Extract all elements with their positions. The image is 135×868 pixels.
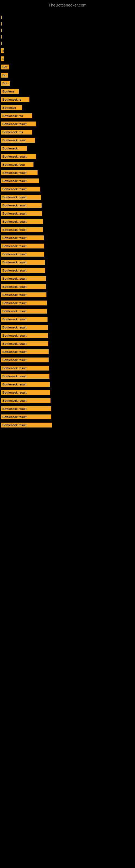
bar-row: Bottleneck result	[0, 120, 135, 128]
bottleneck-bar: Bottleneck result	[1, 390, 50, 395]
bar-row: Bottleneck result	[0, 218, 135, 225]
bar-row: Bottleneck r	[0, 145, 135, 152]
bottleneck-bar: Bottleneck resu	[1, 162, 34, 167]
bottleneck-bar: Bottleneck result	[1, 366, 49, 371]
bottleneck-bar: Bottleneck re	[1, 97, 30, 102]
bottleneck-bar: Bottlenec	[1, 105, 22, 110]
bar-row: Bottleneck result	[0, 169, 135, 177]
bottleneck-bar: Bottleneck result	[1, 260, 45, 265]
bar-row: Bottleneck resul	[0, 136, 135, 144]
bar-row: Bottleneck result	[0, 258, 135, 266]
bar-row: Bottleneck result	[0, 291, 135, 299]
bar-row: Bottleneck result	[0, 413, 135, 421]
bottleneck-bar: Bottleneck result	[1, 333, 48, 338]
bottleneck-bar-empty	[1, 42, 2, 45]
bottleneck-bar: Bottleneck res	[1, 113, 32, 118]
bar-row: Bottleneck result	[0, 348, 135, 355]
bottleneck-bar: Bo	[1, 73, 8, 78]
bottleneck-bar: Bottleneck r	[1, 146, 27, 151]
bar-row: Bottleneck result	[0, 364, 135, 372]
bottleneck-bar: Bottleneck result	[1, 301, 47, 305]
bottleneck-bar: Bot	[1, 81, 10, 86]
bar-row: B	[0, 55, 135, 63]
bottleneck-bar: Bottleneck result	[1, 398, 50, 403]
bar-row: Bottleneck result	[0, 380, 135, 388]
bottleneck-bar: Bottlene	[1, 89, 18, 94]
bar-row: Bottleneck resu	[0, 161, 135, 168]
bar-row: Bottlenec	[0, 104, 135, 112]
bottleneck-bar: Bottleneck result	[1, 423, 52, 428]
bar-row: Bottleneck result	[0, 421, 135, 429]
bottleneck-bar: Bottleneck result	[1, 349, 49, 354]
bar-row: Bottleneck result	[0, 267, 135, 274]
bottleneck-bar: Bottleneck res	[1, 130, 32, 134]
bottleneck-bar-empty	[1, 22, 2, 26]
bar-row	[0, 14, 135, 20]
bottleneck-bar: Bottleneck result	[1, 236, 44, 240]
bar-row: Bottleneck result	[0, 185, 135, 193]
bottleneck-bar: Bottleneck result	[1, 187, 40, 191]
bar-row: Bottleneck result	[0, 372, 135, 380]
bar-row: Bo	[0, 71, 135, 79]
bottleneck-bar: Bottleneck result	[1, 227, 43, 232]
bar-row: Bottleneck result	[0, 340, 135, 347]
bottleneck-bar: Bottleneck result	[1, 309, 47, 314]
bottleneck-bar-empty	[1, 35, 2, 38]
bottleneck-bar-empty	[1, 29, 2, 32]
bottleneck-bar: Bot	[1, 65, 9, 69]
bar-row: Bottleneck result	[0, 250, 135, 258]
bar-row: Bottleneck result	[0, 323, 135, 331]
bottleneck-bar: Bottleneck result	[1, 317, 48, 322]
bar-row: Bottleneck res	[0, 112, 135, 120]
bar-row: Bottleneck result	[0, 356, 135, 364]
bar-row: Bottleneck result	[0, 389, 135, 396]
bottleneck-bar: Bottleneck result	[1, 122, 36, 126]
bottleneck-bar: Bottleneck result	[1, 382, 50, 387]
bar-row: Bottleneck result	[0, 234, 135, 242]
bottleneck-bar: Bottleneck resul	[1, 138, 35, 143]
bottleneck-bar: Bottleneck result	[1, 203, 42, 208]
bottleneck-bar: Bottleneck result	[1, 195, 41, 199]
bar-row: Bottleneck result	[0, 307, 135, 315]
bar-row: Bottleneck result	[0, 153, 135, 160]
bottleneck-bar-empty	[1, 16, 2, 19]
bar-row: Bottleneck res	[0, 128, 135, 136]
bottleneck-bar: Bottleneck result	[1, 341, 48, 346]
bar-row: Bottleneck result	[0, 332, 135, 339]
bottleneck-bar: Bottleneck result	[1, 211, 42, 216]
bar-row: Bottleneck result	[0, 177, 135, 185]
bottleneck-bar: Bottleneck result	[1, 276, 46, 281]
bottleneck-bar: Bottleneck result	[1, 414, 51, 420]
site-title: TheBottlenecker.com	[0, 0, 135, 9]
bar-row	[0, 21, 135, 27]
page-wrapper: TheBottlenecker.com BBBotBoBotBottleneBo…	[0, 0, 135, 868]
bar-row: Bottlene	[0, 88, 135, 95]
bottleneck-bar: Bottleneck result	[1, 358, 49, 362]
bottleneck-bar: Bottleneck result	[1, 219, 43, 224]
bar-row: Bottleneck result	[0, 299, 135, 307]
bar-row: Bottleneck result	[0, 226, 135, 234]
bar-row: Bottleneck result	[0, 202, 135, 209]
bar-row	[0, 34, 135, 40]
bar-row: Bottleneck result	[0, 315, 135, 323]
bar-row: Bot	[0, 80, 135, 87]
bottleneck-bar: Bottleneck result	[1, 374, 49, 379]
bottleneck-bar: Bottleneck result	[1, 284, 46, 289]
bar-row: Bot	[0, 63, 135, 71]
bottleneck-bar: Bottleneck result	[1, 244, 44, 248]
bar-row	[0, 40, 135, 46]
bars-container: BBBotBoBotBottleneBottleneck reBottlenec…	[0, 9, 135, 429]
bar-row	[0, 27, 135, 33]
bottleneck-bar: Bottleneck result	[1, 154, 36, 159]
bar-row: Bottleneck result	[0, 405, 135, 412]
bottleneck-bar: Bottleneck result	[1, 325, 48, 330]
bottleneck-bar: B	[1, 48, 4, 53]
bar-row: Bottleneck result	[0, 275, 135, 282]
bottleneck-bar: Bottleneck result	[1, 170, 38, 175]
bottleneck-bar: Bottleneck result	[1, 268, 45, 273]
bar-row: Bottleneck result	[0, 242, 135, 250]
bar-row: Bottleneck result	[0, 210, 135, 217]
bar-row: Bottleneck result	[0, 283, 135, 290]
bottleneck-bar: B	[1, 56, 4, 61]
bar-row: Bottleneck result	[0, 193, 135, 201]
